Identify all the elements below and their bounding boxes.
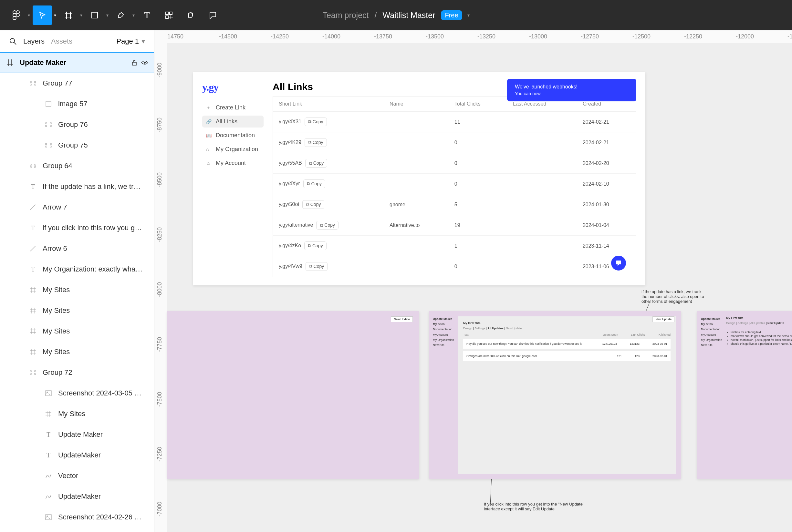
link-name [384, 256, 449, 277]
layer-row[interactable]: Arrow 6 [0, 238, 154, 259]
plus-icon: ＋ [206, 105, 212, 111]
copy-button[interactable]: ⧉ Copy [305, 159, 328, 168]
sidebar-item[interactable]: My Organization [701, 337, 722, 342]
svg-rect-61 [35, 373, 36, 375]
sidebar-item[interactable]: Documentation [433, 327, 454, 332]
shape-tool-icon[interactable] [85, 5, 104, 25]
text-icon: T [44, 451, 53, 460]
table-row[interactable]: y.gy/4K29⧉ Copy02024-02-21 [273, 132, 636, 153]
nav-item[interactable]: ⌂My Organization [202, 143, 263, 155]
table-row[interactable]: y.gy/4X31⧉ Copy112024-02-21 [273, 112, 636, 132]
new-update-button[interactable]: New Update [652, 316, 675, 322]
table-row[interactable]: y.gy/4Vw9⧉ Copy02023-11-06 [273, 256, 636, 277]
text-icon: T [29, 265, 37, 274]
chevron-down-icon[interactable]: ▾ [106, 13, 109, 18]
plan-badge[interactable]: Free [441, 10, 462, 20]
pen-tool-icon[interactable] [111, 5, 130, 25]
chat-fab-icon[interactable] [611, 256, 626, 270]
layer-row[interactable]: My Sites [0, 321, 154, 342]
table-row[interactable]: y.gy/50oi⧉ Copygnome52024-01-30 [273, 194, 636, 215]
update-row[interactable]: Hey did you see our new thing? You can d… [463, 339, 670, 349]
nav-item[interactable]: ☺My Account [202, 157, 263, 169]
sidebar-item[interactable]: My Account [433, 332, 454, 337]
table-row[interactable]: y.gy/alternative⧉ CopyAlternative.to1920… [273, 215, 636, 236]
layer-row[interactable]: TMy Organization: exactly wha… [0, 259, 154, 280]
sidebar-item[interactable]: My Organization [433, 337, 454, 342]
layer-row[interactable]: Arrow 7 [0, 197, 154, 217]
layer-row[interactable]: My Sites [0, 280, 154, 300]
chevron-down-icon[interactable]: ▾ [28, 13, 30, 18]
copy-button[interactable]: ⧉ Copy [306, 262, 328, 271]
move-tool-icon[interactable] [33, 5, 52, 25]
layer-row[interactable]: Group 77 [0, 73, 154, 94]
layer-label: Group 76 [58, 120, 88, 129]
layer-row[interactable]: Group 64 [0, 156, 154, 176]
layer-row[interactable]: My Sites [0, 300, 154, 321]
breadcrumb: Team project / Waitlist Master Free ▾ [323, 10, 469, 20]
artboard-pink-blank[interactable]: New Update [167, 311, 419, 479]
layer-row[interactable]: TUpdateMaker [0, 445, 154, 466]
layer-row[interactable]: UpdateMaker [0, 486, 154, 507]
layer-row[interactable]: Screenshot 2024-03-05 … [0, 383, 154, 403]
text-tool-icon[interactable]: T [137, 5, 156, 25]
copy-button[interactable]: ⧉ Copy [304, 242, 327, 250]
selected-frame-row[interactable]: Update Maker [0, 52, 154, 73]
table-row[interactable]: y.gy/4zKo⧉ Copy12023-11-14 [273, 236, 636, 256]
webhooks-banner[interactable]: We've launched webhooks! You can now [507, 79, 636, 101]
layer-row[interactable]: My Sites [0, 403, 154, 424]
artboard-all-updates[interactable]: New Update Update Maker My Sites Documen… [429, 311, 681, 479]
layer-row[interactable]: image 57 [0, 94, 154, 114]
sidebar-item[interactable]: My Sites [433, 322, 454, 327]
nav-item[interactable]: 🔗All Links [202, 116, 263, 128]
created-date: 2024-02-20 [577, 153, 636, 174]
table-row[interactable]: y.gy/4Xyr⧉ Copy02024-02-10 [273, 174, 636, 194]
breadcrumb-team[interactable]: Team project [323, 11, 369, 20]
layer-row[interactable]: Group 72 [0, 362, 154, 383]
layer-row[interactable]: TUpdate Maker [0, 424, 154, 445]
chevron-down-icon[interactable]: ▾ [467, 13, 469, 18]
sidebar-item[interactable]: Documentation [701, 327, 722, 332]
comment-tool-icon[interactable] [203, 5, 223, 25]
copy-button[interactable]: ⧉ Copy [305, 138, 327, 147]
sidebar-item[interactable]: New Site [701, 342, 722, 348]
sidebar-item[interactable]: New Site [433, 342, 454, 348]
unlock-icon[interactable] [131, 59, 137, 66]
layer-row[interactable]: My Sites [0, 342, 154, 362]
resources-tool-icon[interactable] [159, 5, 179, 25]
nav-item[interactable]: 📖Documentation [202, 130, 263, 141]
breadcrumb-project[interactable]: Waitlist Master [383, 11, 435, 20]
frame-tool-icon[interactable] [59, 5, 78, 25]
tab-assets[interactable]: Assets [51, 37, 72, 45]
copy-button[interactable]: ⧉ Copy [305, 117, 327, 126]
sidebar-item[interactable]: My Account [701, 332, 722, 337]
table-row[interactable]: y.gy/55AB⧉ Copy02024-02-20 [273, 153, 636, 174]
canvas[interactable]: 14750-14500-14250-14000-13750-13500-1325… [154, 30, 792, 532]
new-update-button[interactable]: New Update [391, 316, 413, 322]
update-row[interactable]: Oranges are now 50% off click on this li… [463, 351, 670, 361]
layer-row[interactable]: TIf the update has a link, we tr… [0, 176, 154, 197]
sidebar-item[interactable]: My Sites [701, 322, 722, 327]
figma-menu-icon[interactable] [6, 5, 26, 25]
layer-row[interactable]: Group 75 [0, 135, 154, 156]
search-icon[interactable] [9, 37, 17, 45]
chevron-down-icon[interactable]: ▾ [54, 13, 56, 18]
copy-button[interactable]: ⧉ Copy [303, 179, 326, 188]
artboard-all-links[interactable]: y.gy ＋Create Link🔗All Links📖Documentatio… [193, 72, 645, 285]
chevron-down-icon[interactable]: ▾ [132, 13, 135, 18]
layer-row[interactable]: Screenshot 2024-02-26 … [0, 507, 154, 528]
layer-row[interactable]: Group 76 [0, 114, 154, 135]
bullet: markdown should get converted for the de… [731, 335, 792, 338]
nav-item[interactable]: ＋Create Link [202, 102, 263, 114]
layer-row[interactable]: Tif you click into this row you g… [0, 217, 154, 238]
visibility-icon[interactable] [141, 59, 149, 66]
click-count: 19 [449, 215, 507, 236]
layer-row[interactable]: Vector [0, 466, 154, 486]
hand-tool-icon[interactable] [181, 5, 201, 25]
chevron-down-icon[interactable]: ▾ [80, 13, 82, 18]
org-icon: ⌂ [206, 147, 212, 152]
page-selector[interactable]: Page 1 ▾ [116, 37, 145, 45]
copy-button[interactable]: ⧉ Copy [316, 221, 338, 229]
artboard-new-update[interactable]: New Update Update Maker My Sites Documen… [697, 311, 792, 479]
tab-layers[interactable]: Layers [23, 37, 44, 45]
copy-button[interactable]: ⧉ Copy [302, 200, 325, 209]
